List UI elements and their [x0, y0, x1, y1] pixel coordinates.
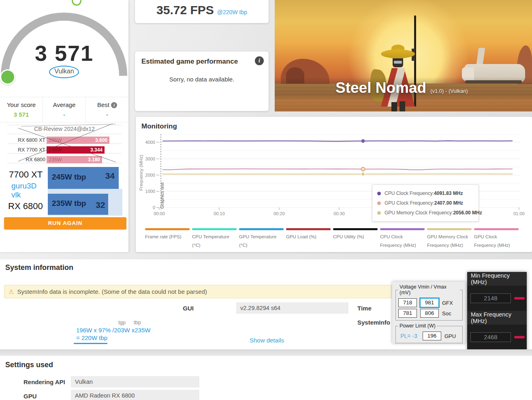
monitoring-title: Monitoring: [141, 122, 177, 130]
min-frequency-row: 2148: [467, 286, 527, 311]
min-frequency-label: Min Frequency (MHz): [467, 272, 527, 286]
rendering-api-value: Vulkan: [71, 376, 199, 387]
cpu-clock-line: [162, 141, 513, 141]
fps-value: 35.72 FPS: [156, 3, 214, 17]
your-score-label: Your score: [0, 101, 43, 108]
max-frequency-row: 2468: [467, 325, 527, 350]
settings-used-section: Settings used Rendering API Vulkan GPU A…: [0, 356, 532, 400]
svg-text:4000: 4000: [145, 140, 155, 145]
voltage-tool-panel: Voltage Vmin / Vmax (mV) 718 981 GFX 781…: [392, 282, 466, 343]
gfx-vmin-field[interactable]: 718: [398, 298, 417, 307]
gpu-setting-value: AMD Radeon RX 6800: [71, 390, 199, 400]
annotation-source-2: vlk: [11, 190, 21, 199]
voltage-group: Voltage Vmin / Vmax (mV) 718 981 GFX 781…: [395, 284, 463, 321]
best-value: -: [86, 111, 128, 118]
score-panel: 3 571 Vulkan Your score 3 571 Average - …: [0, 0, 128, 252]
legend-cpu-temp[interactable]: CPU Temperature (°C): [192, 228, 237, 249]
gpu-clock-line: [162, 169, 513, 170]
system-info-heading: System information: [5, 263, 73, 272]
hero-hat-brim: [381, 49, 415, 58]
comparison-row-label: RX 7700 XT: [3, 146, 45, 153]
tooltip-dot-icon: [377, 211, 381, 215]
comparison-bar: 295W 3.600: [47, 137, 109, 144]
hero-title: Steel Nomad: [335, 79, 426, 96]
best-info-icon[interactable]: i: [111, 102, 117, 108]
legend-swatch: [333, 228, 378, 230]
legend-cpu-clock[interactable]: CPU Clock Frequency (MHz): [380, 228, 425, 249]
time-label: Time: [357, 305, 372, 312]
voltage-group-title: Voltage Vmin / Vmax (mV): [398, 284, 460, 295]
soc-vmin-field[interactable]: 781: [398, 309, 417, 318]
max-frequency-input[interactable]: 2468: [470, 332, 511, 342]
svg-text:00:00: 00:00: [154, 211, 165, 216]
fps-annotation-block: 245W tbp 34 235W tbp 32 7700 XT guru3D v…: [3, 166, 126, 217]
max-frequency-label: Max Frequency (MHz): [467, 311, 527, 325]
svg-text:00:30: 00:30: [333, 211, 345, 216]
average-cell: Average -: [43, 97, 85, 122]
estimated-title: Estimated game performance: [141, 58, 238, 66]
svg-text:2000: 2000: [145, 173, 155, 178]
legend-swatch: [192, 228, 237, 230]
your-score-value: 3 571: [0, 111, 43, 118]
benchmark-hero-image: Steel Nomad (v1.0) - (Vulkan): [275, 0, 532, 111]
hero-leg: [400, 101, 405, 111]
legend-swatch: [427, 228, 472, 230]
annotation-bar-245w: 245W tbp 34: [48, 167, 119, 189]
legend-swatch: [239, 228, 284, 230]
power-limit-group: Power Limit (W) PL= -3 196 GPU: [395, 323, 463, 343]
gui-value: v2.29.8294 s64: [236, 302, 348, 314]
your-score-cell: Your score 3 571: [0, 97, 43, 122]
systeminfo-label: SystemInfo: [357, 319, 390, 326]
soc-label: Soc: [442, 310, 451, 317]
min-frequency-input[interactable]: 2148: [470, 293, 511, 303]
annotation-power-result: = 220W tbp: [76, 334, 107, 341]
power-limit-title: Power Limit (W): [398, 323, 437, 329]
comparison-row-label: RX 6800 XT: [3, 137, 45, 143]
soc-vmax-field[interactable]: 806: [420, 309, 439, 318]
legend-swatch: [474, 228, 519, 230]
settings-heading: Settings used: [5, 361, 53, 369]
annotation-bar-235w: 235W tbp 32: [48, 194, 108, 215]
run-again-button[interactable]: RUN AGAIN: [4, 217, 126, 229]
gpu-power-field[interactable]: 196: [423, 332, 441, 340]
svg-text:1000: 1000: [145, 189, 155, 194]
gpu-label: GPU: [444, 333, 456, 339]
gpu-clock-marker: [361, 167, 365, 171]
gpu-setting-label: GPU: [24, 393, 37, 400]
legend-frame-rate[interactable]: Frame rate (FPS): [145, 228, 190, 241]
svg-text:3000: 3000: [145, 156, 155, 161]
annotation-gpu-top: 7700 XT: [9, 169, 43, 180]
legend-gpu-load[interactable]: GPU Load (%): [286, 228, 331, 241]
annotation-gpu-bottom: RX 6800: [8, 201, 43, 212]
annotation-tgp: tgp: [118, 319, 126, 325]
svg-text:01:00: 01:00: [513, 211, 525, 216]
svg-text:00:20: 00:20: [273, 211, 285, 216]
legend-swatch: [380, 228, 425, 230]
fps-result-card: 35.72 FPS@220W tbp: [135, 0, 269, 23]
gfx-vmax-field[interactable]: 981: [419, 297, 440, 308]
gui-label: GUI: [170, 305, 194, 312]
gpu-memory-clock-marker: [361, 172, 365, 176]
min-frequency-slider[interactable]: [514, 297, 525, 299]
max-frequency-slider[interactable]: [514, 336, 525, 338]
info-icon[interactable]: i: [255, 56, 264, 65]
cpu-clock-marker: [361, 139, 365, 143]
power-limit-offset: PL= -3: [398, 333, 419, 339]
svg-text:00:10: 00:10: [214, 211, 225, 216]
estimated-body: Sorry, no data available.: [135, 76, 269, 83]
best-cell: Best i -: [85, 97, 128, 122]
benchmark-score: 3 571: [0, 41, 128, 66]
legend-gpu-clock[interactable]: GPU Clock Frequency (MHz): [474, 228, 519, 249]
results-row: Your score 3 571 Average - Best i -: [0, 97, 128, 122]
comparison-chart-annotation: CB-Review 2024@dx12 RX 6800 XT 295W 3.60…: [3, 122, 126, 166]
tooltip-dot-icon: [377, 201, 381, 205]
annotation-tbp: tbp: [134, 319, 141, 325]
legend-gpu-temp[interactable]: GPU Temperature (°C): [239, 228, 284, 249]
chart-tooltip: CPU Clock Frequency: 4091.83 MHz GPU Clo…: [372, 184, 479, 222]
legend-gpu-memory-clock[interactable]: GPU Memory Clock Frequency (MHz): [427, 228, 472, 249]
section-divider: [0, 349, 532, 356]
show-details-link[interactable]: Show details: [250, 337, 284, 344]
warning-icon: ⚠: [9, 288, 14, 295]
legend-cpu-utility[interactable]: CPU Utility (%): [333, 228, 378, 241]
average-label: Average: [43, 101, 85, 108]
